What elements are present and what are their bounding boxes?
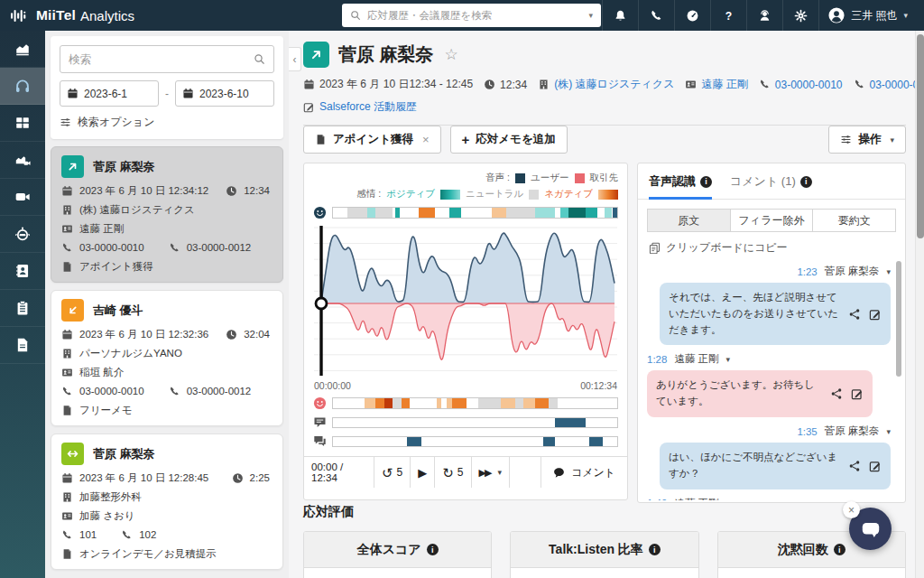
dashboard-button[interactable] — [674, 0, 710, 31]
call-list-item[interactable]: 吉崎 優斗2023 年 6 月 10 日 12:32:3632:04パーソナルジ… — [51, 290, 283, 426]
contact-name: 遠藤 正剛 — [79, 222, 124, 235]
skip-forward-button[interactable]: ↻5 — [435, 457, 471, 488]
copy-to-clipboard-button[interactable]: クリップボードにコピー — [649, 240, 894, 256]
chevron-left-icon: ‹ — [293, 53, 297, 66]
sidebar-item-list[interactable] — [0, 105, 45, 142]
sidebar-item-meetings[interactable] — [0, 179, 45, 216]
actions-dropdown-button[interactable]: 操作 ▾ — [828, 126, 906, 154]
question-icon: ? — [722, 9, 735, 23]
info-icon[interactable]: i — [700, 176, 712, 188]
chevron-down-icon[interactable]: ▾ — [886, 267, 891, 276]
user-smiley-icon — [313, 206, 327, 219]
calendar-icon — [61, 472, 73, 484]
message-timestamp[interactable]: 1:35 — [797, 426, 817, 437]
comment-button[interactable]: コメント — [541, 457, 627, 488]
dialer-button[interactable] — [638, 0, 674, 31]
id-card-icon — [685, 79, 697, 90]
brand-logo[interactable]: MiiTel Analytics — [11, 0, 134, 31]
gear-icon — [794, 9, 808, 23]
search-options-link[interactable]: 検索オプション — [60, 115, 274, 130]
transfer-call-icon — [61, 443, 84, 465]
tab-speech-recognition[interactable]: 音声認識 i — [649, 173, 712, 200]
add-memo-button[interactable]: + 応対メモを追加 — [450, 126, 568, 154]
sidebar-item-tasks[interactable] — [0, 290, 45, 327]
date-from-field[interactable]: 2023-6-1 — [60, 80, 159, 107]
search-caret-icon[interactable]: ▾ — [588, 11, 593, 20]
user-sentiment-track[interactable] — [332, 207, 618, 219]
sidebar-item-contacts[interactable] — [0, 253, 45, 290]
sidebar-item-call-history[interactable] — [0, 68, 45, 105]
evaluation-card-body — [511, 568, 698, 578]
sentiment-segment — [449, 208, 461, 218]
phone-primary-link[interactable]: 03-0000-0010 — [775, 79, 843, 91]
global-search[interactable]: ▾ — [342, 4, 601, 27]
contact-link[interactable]: 遠藤 正剛 — [701, 77, 747, 92]
user-menu[interactable]: 三井 照也 ▾ — [818, 0, 917, 31]
comment-track[interactable] — [332, 436, 618, 447]
edit-icon[interactable] — [851, 387, 864, 400]
client-sentiment-track[interactable] — [332, 397, 618, 409]
chevron-down-icon[interactable]: ▾ — [726, 355, 731, 364]
info-icon[interactable]: i — [649, 544, 661, 555]
date-to-field[interactable]: 2023-6-10 — [175, 80, 274, 107]
page-scrollbar-thumb[interactable] — [917, 34, 924, 238]
keyword-track[interactable] — [332, 417, 618, 428]
sidebar-item-ai-assistant[interactable] — [0, 216, 45, 253]
phone-primary: 03-0000-0010 — [79, 241, 144, 254]
sidebar-item-report[interactable] — [0, 142, 45, 179]
notifications-button[interactable] — [602, 0, 638, 31]
list-search-field[interactable] — [60, 45, 274, 73]
call-list-item[interactable]: 菅原 麻梨奈2023 年 6 月 10 日 12:28:452:25加藤整形外科… — [51, 434, 283, 570]
call-list-item[interactable]: 菅原 麻梨奈2023 年 6 月 10 日 12:34:1212:34(株) 遠… — [51, 146, 283, 283]
sidebar-item-documents[interactable] — [0, 327, 45, 364]
chat-widget-button[interactable]: × — [849, 508, 892, 550]
list-search-input[interactable] — [69, 53, 248, 66]
share-icon[interactable] — [830, 387, 843, 400]
info-icon[interactable]: i — [427, 544, 439, 555]
waveform-chart[interactable] — [313, 222, 618, 379]
remove-tag-icon[interactable]: × — [422, 133, 430, 146]
page-scrollbar[interactable] — [915, 31, 924, 578]
share-icon[interactable] — [848, 308, 861, 321]
help-button[interactable]: ? — [710, 0, 746, 31]
outgoing-call-icon — [303, 42, 329, 68]
edit-icon[interactable] — [869, 460, 882, 472]
settings-button[interactable] — [782, 0, 818, 31]
sentiment-segment — [367, 208, 375, 218]
collapse-panel-button[interactable]: ‹ — [289, 47, 301, 71]
comment-segment — [543, 437, 555, 446]
sentiment-segment — [384, 398, 393, 408]
support-button[interactable] — [746, 0, 782, 31]
skip-back-button[interactable]: ↺5 — [374, 457, 411, 488]
sidebar-item-analytics[interactable] — [0, 31, 45, 68]
clock-icon — [226, 185, 237, 197]
message-timestamp[interactable]: 1:23 — [797, 266, 817, 277]
message-timestamp[interactable]: 1:40 — [647, 498, 667, 500]
sentiment-segment — [613, 208, 617, 218]
view-summary-button[interactable]: 要約文 — [812, 209, 896, 232]
play-button[interactable]: ▶ — [411, 457, 435, 488]
message-timestamp[interactable]: 1:28 — [647, 354, 667, 365]
playback-speed-button[interactable]: ▶▶▾ — [472, 457, 510, 488]
chevron-down-icon[interactable]: ▾ — [886, 427, 891, 436]
view-no-filler-button[interactable]: フィラー除外 — [730, 209, 814, 232]
memo-tag-button[interactable]: アポイント獲得 × — [303, 126, 441, 154]
info-icon[interactable]: i — [834, 544, 845, 555]
share-icon[interactable] — [848, 460, 861, 472]
chat-close-button[interactable]: × — [843, 501, 860, 518]
favorite-star-icon[interactable]: ☆ — [445, 45, 458, 64]
sliders-icon — [840, 134, 852, 145]
chevron-down-icon[interactable]: ▾ — [726, 499, 731, 500]
edit-icon[interactable] — [869, 308, 882, 321]
evaluation-card-body — [304, 568, 491, 578]
transcript-scrollbar-thumb[interactable] — [896, 261, 901, 377]
tab-comments[interactable]: コメント (1) i — [730, 173, 812, 200]
view-original-button[interactable]: 原文 — [647, 209, 731, 232]
sentiment-segment — [419, 208, 436, 218]
company-link[interactable]: (株) 遠藤ロジスティクス — [554, 77, 674, 92]
crm-activity-link[interactable]: Salseforce 活動履歴 — [319, 99, 417, 115]
global-search-input[interactable] — [367, 10, 582, 21]
playhead[interactable] — [316, 226, 327, 376]
info-icon[interactable]: i — [800, 176, 812, 188]
rotate-ccw-icon: ↺ — [382, 466, 393, 480]
